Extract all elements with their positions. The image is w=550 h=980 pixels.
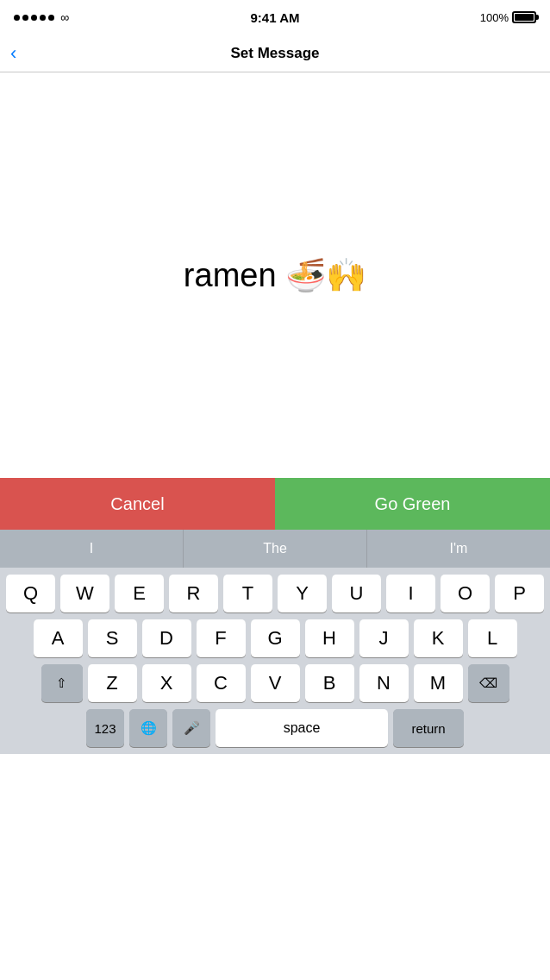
autocomplete-item-the[interactable]: The — [184, 530, 367, 568]
status-bar: ∞ 9:41 AM 100% — [0, 0, 550, 35]
key-t[interactable]: T — [223, 575, 272, 612]
mic-key[interactable]: 🎤 — [172, 709, 210, 747]
nav-bar: ‹ Set Message — [0, 35, 550, 72]
autocomplete-item-im[interactable]: I'm — [367, 530, 550, 568]
key-n[interactable]: N — [359, 664, 409, 702]
key-row-3: ⇧ Z X C V B N M ⌫ — [3, 664, 547, 702]
battery-fill — [515, 14, 534, 21]
battery-area: 100% — [480, 11, 536, 24]
key-s[interactable]: S — [88, 619, 137, 657]
key-i[interactable]: I — [386, 575, 435, 612]
key-row-4: 123 🌐 🎤 space return — [3, 709, 547, 747]
key-h[interactable]: H — [305, 619, 354, 657]
keyboard: Q W E R T Y U I O P A S D F G H J K L ⇧ … — [0, 568, 550, 754]
globe-key[interactable]: 🌐 — [129, 709, 167, 747]
signal-dot-2 — [22, 15, 28, 21]
wifi-icon: ∞ — [60, 10, 69, 24]
key-j[interactable]: J — [359, 619, 409, 657]
key-row-1: Q W E R T Y U I O P — [3, 575, 547, 612]
status-time: 9:41 AM — [251, 10, 300, 25]
back-button[interactable]: ‹ — [10, 44, 16, 63]
key-y[interactable]: Y — [278, 575, 327, 612]
key-l[interactable]: L — [468, 619, 517, 657]
num-key[interactable]: 123 — [86, 709, 124, 747]
cancel-button[interactable]: Cancel — [0, 478, 275, 530]
battery-icon — [512, 11, 536, 23]
autocomplete-item-i[interactable]: I — [0, 530, 184, 568]
key-f[interactable]: F — [197, 619, 246, 657]
key-v[interactable]: V — [251, 664, 300, 702]
key-z[interactable]: Z — [88, 664, 137, 702]
key-u[interactable]: U — [332, 575, 381, 612]
key-g[interactable]: G — [251, 619, 300, 657]
signal-area: ∞ — [14, 10, 69, 24]
key-row-2: A S D F G H J K L — [3, 619, 547, 657]
go-green-button[interactable]: Go Green — [275, 478, 550, 530]
key-p[interactable]: P — [495, 575, 544, 612]
key-q[interactable]: Q — [6, 575, 55, 612]
key-a[interactable]: A — [34, 619, 83, 657]
key-b[interactable]: B — [305, 664, 354, 702]
key-d[interactable]: D — [142, 619, 191, 657]
key-m[interactable]: M — [414, 664, 463, 702]
key-w[interactable]: W — [60, 575, 109, 612]
key-r[interactable]: R — [169, 575, 218, 612]
signal-dot-5 — [48, 15, 54, 21]
key-o[interactable]: O — [441, 575, 490, 612]
signal-dot-3 — [31, 15, 37, 21]
key-c[interactable]: C — [197, 664, 246, 702]
key-k[interactable]: K — [414, 619, 463, 657]
space-key[interactable]: space — [216, 709, 388, 747]
autocomplete-bar: I The I'm — [0, 530, 550, 568]
battery-percent: 100% — [480, 11, 509, 24]
message-text[interactable]: ramen 🍜🙌 — [184, 256, 366, 294]
return-key[interactable]: return — [393, 709, 464, 747]
signal-dot-1 — [14, 15, 20, 21]
message-area: ramen 🍜🙌 — [0, 72, 550, 478]
delete-key[interactable]: ⌫ — [468, 664, 509, 702]
key-x[interactable]: X — [142, 664, 191, 702]
nav-title: Set Message — [231, 45, 320, 62]
action-bar: Cancel Go Green — [0, 478, 550, 530]
shift-key[interactable]: ⇧ — [41, 664, 83, 702]
signal-dot-4 — [40, 15, 46, 21]
key-e[interactable]: E — [115, 575, 164, 612]
